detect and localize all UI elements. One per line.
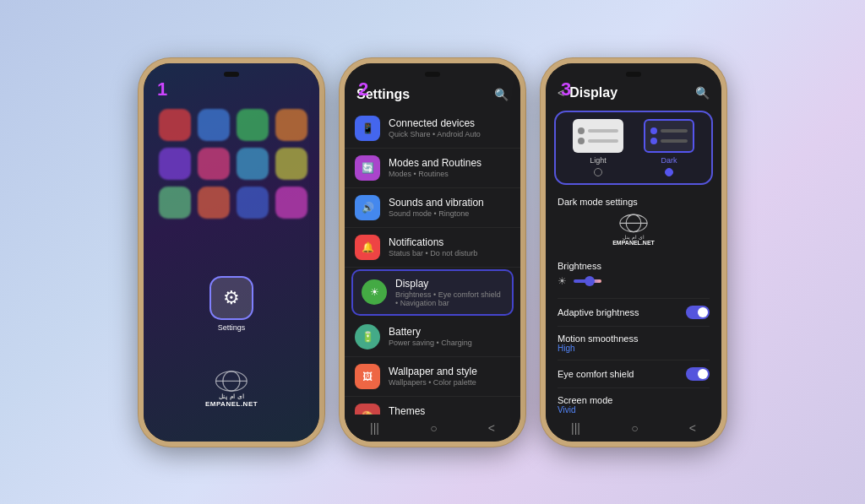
item-title: Wallpaper and style <box>389 366 510 377</box>
item-title: Notifications <box>389 236 510 248</box>
adaptive-brightness-label: Adaptive brightness <box>558 307 639 317</box>
step2-label: 2 <box>358 79 368 100</box>
watermark-logo-svg <box>210 368 253 393</box>
item-text: Modes and Routines Modes • Routines <box>389 157 510 178</box>
motion-smoothness-item[interactable]: Motion smoothness High <box>558 327 710 360</box>
list-item[interactable]: 🔊 Sounds and vibration Sound mode • Ring… <box>345 188 520 228</box>
display-icon: ☀ <box>370 286 379 298</box>
nav-bar-3: ||| ○ < <box>546 415 721 442</box>
list-item[interactable]: 🔋 Battery Power saving • Charging <box>345 317 520 357</box>
nav-back[interactable]: < <box>488 421 495 435</box>
phone-1: 1 ⚙ Settings <box>139 58 324 447</box>
list-item[interactable]: 🖼 Wallpaper and style Wallpapers • Color… <box>345 357 520 397</box>
item-title: Modes and Routines <box>389 157 510 169</box>
brightness-item: Brightness ☀ <box>558 254 710 299</box>
light-theme-label: Light <box>590 156 607 165</box>
eye-comfort-label: Eye comfort shield <box>558 369 634 379</box>
item-icon-modes: 🔄 <box>355 155 380 181</box>
search-icon-display[interactable]: 🔍 <box>695 86 710 100</box>
list-item-display[interactable]: ☀ Display Brightness • Eye comfort shiel… <box>351 269 514 316</box>
item-text: Connected devices Quick Share • Android … <box>389 117 510 138</box>
item-subtitle: Power saving • Charging <box>389 339 510 347</box>
item-subtitle: Quick Share • Android Auto <box>389 130 510 138</box>
preview-line <box>661 129 688 133</box>
phone-3: 3 < Display 🔍 <box>541 58 726 447</box>
app-icon <box>159 148 191 180</box>
item-icon-battery: 🔋 <box>355 324 380 350</box>
step3-label: 3 <box>561 79 571 100</box>
eye-comfort-item: Eye comfort shield <box>558 360 710 388</box>
modes-icon: 🔄 <box>362 162 374 174</box>
phone-2: 2 Settings 🔍 📱 Connected devices Quick S… <box>340 58 525 447</box>
preview-line <box>588 139 618 143</box>
watermark: ای ام پنل EMPANEL.NET <box>205 368 258 408</box>
nav-home-3[interactable]: ○ <box>631 421 638 435</box>
preview-line <box>661 139 688 143</box>
brightness-row: ☀ <box>558 271 601 291</box>
app-icon <box>237 187 269 219</box>
screen-mode-value: Vivid <box>558 405 612 415</box>
screen-mode-label: Screen mode <box>558 395 612 405</box>
item-icon-wallpaper: 🖼 <box>355 364 380 389</box>
connected-icon: 📱 <box>362 122 374 134</box>
item-icon-notifications: 🔔 <box>355 235 380 260</box>
preview-dot <box>578 127 585 134</box>
item-text: Wallpaper and style Wallpapers • Color p… <box>389 366 510 387</box>
theme-option-light[interactable]: Light <box>566 119 630 176</box>
preview-row <box>578 127 618 134</box>
nav-home[interactable]: ○ <box>430 421 437 435</box>
app-icon <box>275 109 307 141</box>
eye-comfort-toggle[interactable] <box>686 367 710 381</box>
theme-option-dark[interactable]: Dark <box>637 119 701 176</box>
motion-smoothness-label: Motion smoothness <box>558 333 638 344</box>
item-text: Sounds and vibration Sound mode • Ringto… <box>389 197 510 218</box>
nav-recent-3[interactable]: ||| <box>571 421 580 435</box>
phone2-screen: 2 Settings 🔍 📱 Connected devices Quick S… <box>345 63 520 442</box>
notification-icon: 🔔 <box>362 241 374 253</box>
settings-app-label: Settings <box>218 323 246 332</box>
wallpaper-icon: 🖼 <box>362 371 373 382</box>
display-screen-title: Display <box>569 85 690 100</box>
battery-icon: 🔋 <box>362 331 374 343</box>
motion-smoothness-value: High <box>558 344 638 353</box>
watermark3: ای ام پنل EMPANEL.NET <box>546 210 721 251</box>
item-subtitle: Status bar • Do not disturb <box>389 249 510 257</box>
watermark-url: EMPANEL.NET <box>205 400 258 408</box>
preview-line <box>588 129 618 133</box>
brightness-label: Brightness <box>558 261 601 271</box>
settings-list: 📱 Connected devices Quick Share • Androi… <box>345 109 520 442</box>
sound-icon: 🔊 <box>362 202 374 214</box>
app-icon <box>198 187 230 219</box>
list-item[interactable]: 🔄 Modes and Routines Modes • Routines <box>345 149 520 188</box>
preview-lines-light <box>573 122 623 149</box>
theme-selector: Light Dark <box>554 111 713 185</box>
watermark3-logo <box>615 212 652 234</box>
watermark-persian: ای ام پنل <box>219 393 244 400</box>
app-icon <box>237 148 269 180</box>
app-icon <box>198 148 230 180</box>
dark-radio[interactable] <box>665 168 673 176</box>
preview-dot <box>650 138 657 144</box>
preview-row <box>650 127 688 134</box>
light-radio[interactable] <box>594 168 602 176</box>
motion-smoothness-group: Motion smoothness High <box>558 333 638 353</box>
item-icon-connected: 📱 <box>355 116 380 141</box>
nav-back-3[interactable]: < <box>689 421 696 435</box>
nav-recent[interactable]: ||| <box>370 421 379 435</box>
adaptive-brightness-toggle[interactable] <box>686 306 710 319</box>
dark-theme-label: Dark <box>661 156 677 165</box>
search-icon[interactable]: 🔍 <box>494 88 509 101</box>
step1-label: 1 <box>157 79 167 100</box>
list-item[interactable]: 🔔 Notifications Status bar • Do not dist… <box>345 228 520 268</box>
brightness-slider[interactable] <box>574 279 601 283</box>
watermark3-persian: ای ام پنل <box>623 234 644 240</box>
settings-app-icon[interactable]: ⚙ <box>209 276 253 320</box>
adaptive-brightness-item: Adaptive brightness <box>558 299 710 327</box>
list-item[interactable]: 📱 Connected devices Quick Share • Androi… <box>345 109 520 149</box>
preview-dot <box>578 138 585 144</box>
app-icon <box>159 109 191 141</box>
item-text: Notifications Status bar • Do not distur… <box>389 236 510 257</box>
app-grid <box>152 102 311 225</box>
dark-mode-settings-label: Dark mode settings <box>546 193 721 210</box>
preview-row <box>650 138 688 144</box>
